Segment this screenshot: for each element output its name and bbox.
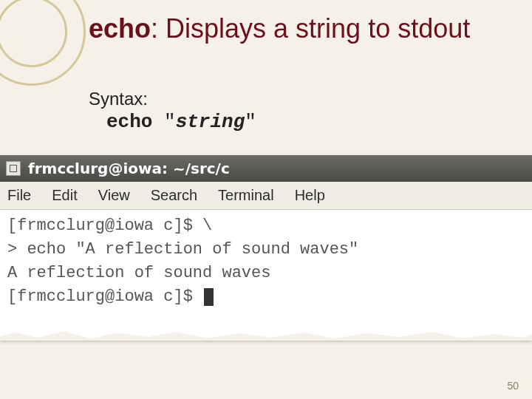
- terminal-window-title: frmcclurg@iowa: ~/src/c: [28, 160, 230, 177]
- menu-file[interactable]: File: [7, 187, 31, 204]
- syntax-block: Syntax: echo "string": [89, 89, 510, 133]
- terminal-titlebar: frmcclurg@iowa: ~/src/c: [0, 155, 532, 182]
- syntax-label: Syntax:: [89, 89, 510, 109]
- title-rest: : Displays a string to stdout: [151, 13, 470, 44]
- terminal-menubar: File Edit View Search Terminal Help: [0, 182, 532, 210]
- slide-title: echo: Displays a string to stdout: [89, 13, 510, 44]
- terminal-window: frmcclurg@iowa: ~/src/c File Edit View S…: [0, 155, 532, 340]
- terminal-line-3: A reflection of sound waves: [7, 262, 525, 285]
- terminal-line-4: [frmcclurg@iowa c]$: [7, 285, 525, 309]
- menu-edit[interactable]: Edit: [52, 187, 77, 204]
- terminal-app-icon: [6, 161, 21, 176]
- syntax-quote-open: ": [152, 111, 175, 133]
- syntax-quote-close: ": [245, 111, 256, 133]
- menu-view[interactable]: View: [98, 187, 130, 204]
- terminal-line-1: [frmcclurg@iowa c]$ \: [7, 214, 525, 238]
- decorative-circles: [0, 0, 89, 89]
- page-number: 50: [507, 380, 519, 392]
- title-command: echo: [89, 13, 151, 44]
- cursor-block: [204, 288, 214, 306]
- terminal-prompt-4: [frmcclurg@iowa c]$: [7, 287, 202, 306]
- menu-search[interactable]: Search: [151, 187, 197, 204]
- syntax-arg: string: [176, 111, 245, 133]
- menu-help[interactable]: Help: [295, 187, 325, 204]
- syntax-code: echo "string": [89, 111, 510, 133]
- terminal-line-2: > echo "A reflection of sound waves": [7, 238, 525, 262]
- menu-terminal[interactable]: Terminal: [218, 187, 274, 204]
- syntax-keyword: echo: [106, 111, 152, 133]
- terminal-body[interactable]: [frmcclurg@iowa c]$ \ > echo "A reflecti…: [0, 210, 532, 340]
